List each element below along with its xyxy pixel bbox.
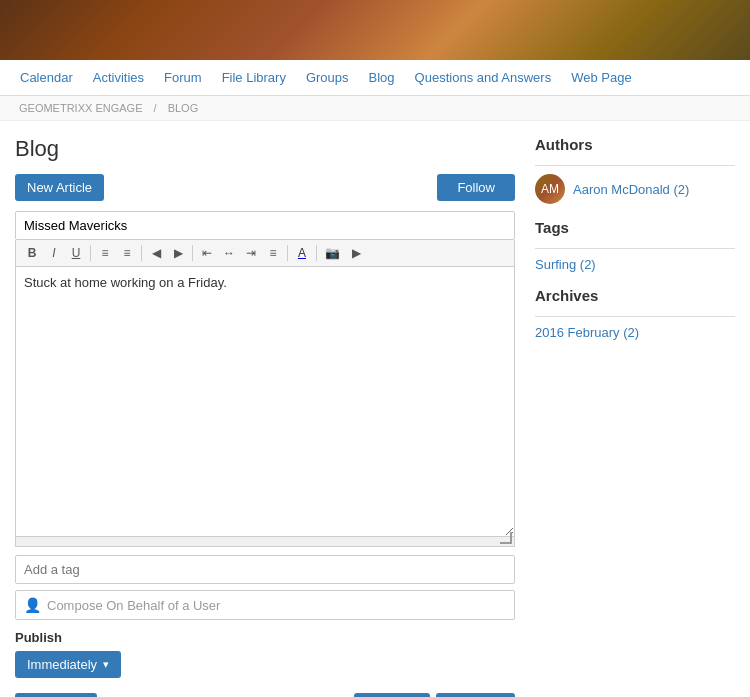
toolbar-separator-1	[90, 245, 91, 261]
nav-blog[interactable]: Blog	[359, 60, 405, 96]
authors-section: Authors AM Aaron McDonald (2)	[535, 136, 735, 204]
main-container: Blog New Article Follow B I U ≡ ≡ ◀ ▶ ⇤ …	[0, 121, 750, 697]
avatar-text: AM	[541, 182, 559, 196]
nav-forum[interactable]: Forum	[154, 60, 212, 96]
compose-behalf-input[interactable]: 👤 Compose On Behalf of a User	[15, 590, 515, 620]
align-right-button[interactable]: ⇥	[241, 244, 261, 262]
nav-groups[interactable]: Groups	[296, 60, 359, 96]
indent-button[interactable]: ▶	[168, 244, 188, 262]
underline-button[interactable]: U	[66, 244, 86, 262]
main-nav: Calendar Activities Forum File Library G…	[0, 60, 750, 96]
publish-label: Publish	[15, 630, 515, 645]
tags-divider	[535, 248, 735, 249]
nav-calendar[interactable]: Calendar	[10, 60, 83, 96]
font-color-button[interactable]: A	[292, 244, 312, 262]
insert-image-button[interactable]: 📷	[321, 244, 344, 262]
follow-button[interactable]: Follow	[437, 174, 515, 201]
avatar: AM	[535, 174, 565, 204]
breadcrumb-page: BLOG	[168, 102, 199, 114]
justify-button[interactable]: ≡	[263, 244, 283, 262]
new-article-button[interactable]: New Article	[15, 174, 104, 201]
toolbar-separator-2	[141, 245, 142, 261]
align-left-button[interactable]: ⇤	[197, 244, 217, 262]
authors-title: Authors	[535, 136, 735, 157]
toolbar-separator-3	[192, 245, 193, 261]
nav-activities[interactable]: Activities	[83, 60, 154, 96]
editor-content-text: Stuck at home working on a Friday.	[24, 275, 227, 290]
archives-section: Archives 2016 February (2)	[535, 287, 735, 340]
tags-title: Tags	[535, 219, 735, 240]
right-action-buttons: Cancel Publish	[354, 693, 515, 697]
nav-questions-answers[interactable]: Questions and Answers	[405, 60, 562, 96]
nav-file-library[interactable]: File Library	[212, 60, 296, 96]
publish-immediately-button[interactable]: Immediately	[15, 651, 121, 678]
publish-section: Publish Immediately	[15, 630, 515, 678]
tag-input[interactable]	[15, 555, 515, 584]
author-item: AM Aaron McDonald (2)	[535, 174, 735, 204]
bottom-actions: 📎 Attach Cancel Publish	[15, 693, 515, 697]
page-title: Blog	[15, 136, 515, 162]
cancel-button[interactable]: Cancel	[354, 693, 430, 697]
author-name-link[interactable]: Aaron McDonald (2)	[573, 182, 689, 197]
archives-divider	[535, 316, 735, 317]
nav-web-page[interactable]: Web Page	[561, 60, 641, 96]
align-center-button[interactable]: ↔	[219, 244, 239, 262]
unordered-list-button[interactable]: ≡	[117, 244, 137, 262]
breadcrumb-separator: /	[154, 102, 157, 114]
outdent-button[interactable]: ◀	[146, 244, 166, 262]
article-title-input[interactable]	[15, 211, 515, 240]
bold-button[interactable]: B	[22, 244, 42, 262]
tag-link[interactable]: Surfing (2)	[535, 257, 596, 272]
tags-section: Tags Surfing (2)	[535, 219, 735, 272]
right-sidebar: Authors AM Aaron McDonald (2) Tags Surfi…	[535, 136, 735, 697]
editor-toolbar: B I U ≡ ≡ ◀ ▶ ⇤ ↔ ⇥ ≡ A 📷 ▶	[15, 240, 515, 267]
insert-video-button[interactable]: ▶	[346, 244, 366, 262]
breadcrumb: GEOMETRIXX ENGAGE / BLOG	[0, 96, 750, 121]
attach-button[interactable]: 📎 Attach	[15, 693, 97, 697]
archives-title: Archives	[535, 287, 735, 308]
toolbar-separator-4	[287, 245, 288, 261]
compose-behalf-placeholder: Compose On Behalf of a User	[47, 598, 220, 613]
breadcrumb-site: GEOMETRIXX ENGAGE	[19, 102, 142, 114]
header-image	[0, 0, 750, 60]
compose-behalf-icon: 👤	[24, 597, 41, 613]
left-column: Blog New Article Follow B I U ≡ ≡ ◀ ▶ ⇤ …	[15, 136, 515, 697]
authors-divider	[535, 165, 735, 166]
editor-content[interactable]: Stuck at home working on a Friday.	[15, 267, 515, 537]
archive-link[interactable]: 2016 February (2)	[535, 325, 639, 340]
toolbar-row: New Article Follow	[15, 174, 515, 201]
publish-button[interactable]: Publish	[436, 693, 515, 697]
italic-button[interactable]: I	[44, 244, 64, 262]
toolbar-separator-5	[316, 245, 317, 261]
resize-handle[interactable]	[15, 537, 515, 547]
ordered-list-button[interactable]: ≡	[95, 244, 115, 262]
